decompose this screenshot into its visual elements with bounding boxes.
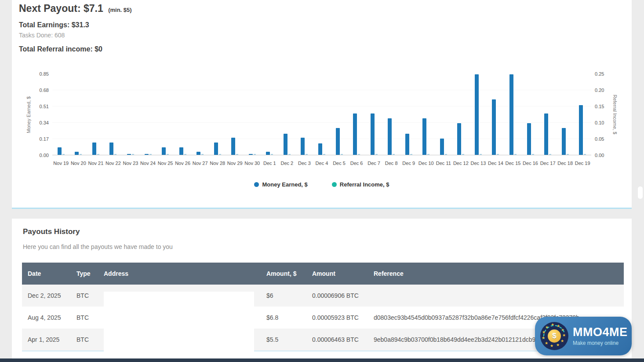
referral-income-bar[interactable]	[114, 154, 116, 155]
bar-group[interactable]	[156, 74, 174, 155]
money-earned-bar[interactable]	[562, 128, 566, 155]
money-earned-bar[interactable]	[475, 74, 479, 155]
bar-group[interactable]	[452, 74, 470, 155]
bar-group[interactable]	[331, 74, 348, 155]
money-earned-bar[interactable]	[301, 138, 305, 155]
money-earned-bar[interactable]	[527, 123, 531, 155]
bar-group[interactable]	[417, 74, 435, 155]
bar-group[interactable]	[522, 74, 539, 155]
bar-group[interactable]	[557, 74, 574, 155]
bar-group[interactable]	[469, 74, 487, 155]
referral-income-bar[interactable]	[341, 154, 343, 155]
referral-income-bar[interactable]	[167, 154, 169, 155]
money-earned-bar[interactable]	[109, 143, 113, 155]
money-earned-bar[interactable]	[58, 147, 62, 155]
money-earned-bar[interactable]	[509, 74, 513, 155]
bar-group[interactable]	[278, 74, 296, 155]
money-earned-bar[interactable]	[284, 134, 287, 155]
bar-group[interactable]	[296, 74, 313, 155]
money-earned-bar[interactable]	[231, 138, 235, 155]
money-earned-bar[interactable]	[266, 152, 270, 155]
money-earned-bar[interactable]	[336, 128, 340, 155]
bar-group[interactable]	[487, 74, 505, 155]
referral-income-bar[interactable]	[80, 154, 82, 155]
money-earned-bar[interactable]	[196, 152, 200, 155]
bar-group[interactable]	[209, 74, 226, 155]
referral-income-bar[interactable]	[271, 154, 273, 155]
legend-item-money-earned[interactable]: Money Earned, $	[254, 181, 307, 188]
money-earned-bar[interactable]	[440, 139, 444, 155]
referral-income-bar[interactable]	[306, 154, 308, 155]
bar-group[interactable]	[365, 74, 383, 155]
bar-group[interactable]	[539, 74, 557, 155]
bar-group[interactable]	[226, 74, 244, 155]
money-earned-bar[interactable]	[492, 99, 496, 155]
bar-group[interactable]	[435, 74, 452, 155]
money-earned-bar[interactable]	[127, 154, 131, 155]
bar-group[interactable]	[574, 74, 591, 155]
referral-income-bar[interactable]	[184, 154, 186, 155]
money-earned-bar[interactable]	[92, 143, 96, 155]
referral-income-bar[interactable]	[288, 154, 291, 155]
referral-income-bar[interactable]	[532, 154, 534, 155]
referral-income-bar[interactable]	[445, 154, 447, 155]
bar-group[interactable]	[105, 74, 122, 155]
bar-group[interactable]	[244, 74, 261, 155]
bar-group[interactable]	[139, 74, 157, 155]
x-axis-label: Nov 24	[139, 161, 157, 166]
bar-group[interactable]	[174, 74, 192, 155]
money-earned-bar[interactable]	[214, 143, 218, 155]
referral-income-bar[interactable]	[323, 154, 325, 155]
bar-group[interactable]	[191, 74, 209, 155]
money-earned-bar[interactable]	[249, 154, 253, 155]
referral-income-bar[interactable]	[549, 154, 551, 155]
total-referral-income: Total Referral income: $0	[19, 45, 102, 53]
referral-income-bar[interactable]	[236, 154, 238, 155]
money-earned-bar[interactable]	[457, 123, 461, 155]
scrollbar-thumb[interactable]	[638, 186, 643, 199]
money-earned-bar[interactable]	[179, 147, 183, 155]
referral-income-bar[interactable]	[97, 154, 99, 155]
referral-income-bar[interactable]	[393, 154, 395, 155]
bar-group[interactable]	[52, 74, 70, 155]
money-earned-bar[interactable]	[353, 113, 357, 155]
referral-income-bar[interactable]	[462, 154, 464, 155]
bar-group[interactable]	[122, 74, 139, 155]
bar-group[interactable]	[504, 74, 522, 155]
money-earned-bar[interactable]	[579, 105, 583, 155]
cell-date: Dec 2, 2025	[22, 285, 71, 307]
referral-income-bar[interactable]	[584, 154, 586, 155]
money-earned-bar[interactable]	[405, 134, 409, 155]
bar-group[interactable]	[382, 74, 400, 155]
money-earned-bar[interactable]	[75, 152, 79, 155]
bar-group[interactable]	[70, 74, 87, 155]
money-earned-bar[interactable]	[544, 113, 548, 155]
referral-income-bar[interactable]	[514, 154, 517, 155]
money-earned-bar[interactable]	[371, 113, 375, 155]
referral-income-bar[interactable]	[410, 154, 412, 155]
referral-income-bar[interactable]	[201, 154, 204, 155]
money-earned-bar[interactable]	[422, 118, 426, 155]
referral-income-bar[interactable]	[358, 154, 360, 155]
bar-group[interactable]	[313, 74, 331, 155]
referral-income-bar[interactable]	[567, 154, 569, 155]
money-earned-bar[interactable]	[162, 147, 166, 155]
money-earned-bar[interactable]	[145, 154, 149, 155]
bar-group[interactable]	[261, 74, 279, 155]
money-earned-bar[interactable]	[318, 143, 322, 155]
referral-income-bar[interactable]	[132, 154, 134, 155]
referral-income-bar[interactable]	[219, 154, 221, 155]
referral-income-bar[interactable]	[62, 154, 65, 155]
referral-income-bar[interactable]	[497, 154, 499, 155]
referral-income-bar[interactable]	[427, 154, 429, 155]
referral-income-bar[interactable]	[480, 154, 482, 155]
referral-income-bar[interactable]	[149, 154, 152, 155]
legend-item-referral-income[interactable]: Referral Income, $	[332, 181, 389, 188]
x-axis-label: Nov 29	[226, 161, 244, 166]
money-earned-bar[interactable]	[388, 118, 392, 155]
referral-income-bar[interactable]	[375, 154, 378, 155]
referral-income-bar[interactable]	[254, 154, 256, 155]
bar-group[interactable]	[348, 74, 365, 155]
bar-group[interactable]	[400, 74, 418, 155]
bar-group[interactable]	[87, 74, 105, 155]
